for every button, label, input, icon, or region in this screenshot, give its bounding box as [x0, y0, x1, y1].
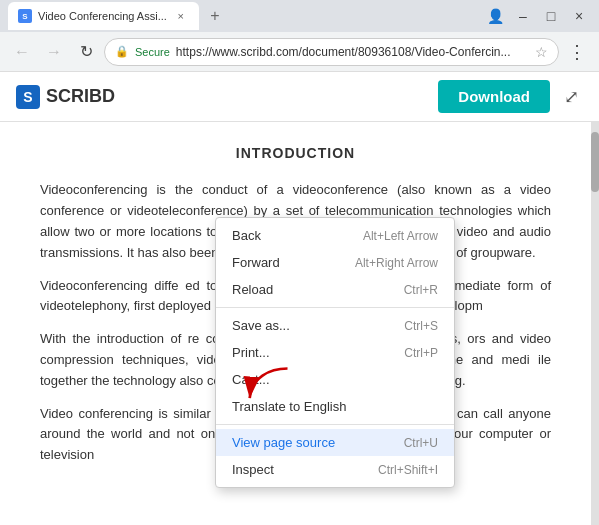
- context-menu-back-shortcut: Alt+Left Arrow: [363, 229, 438, 243]
- menu-divider-2: [216, 424, 454, 425]
- tab-title: Video Conferencing Assi...: [38, 10, 167, 22]
- profile-icon[interactable]: 👤: [483, 4, 507, 28]
- context-menu-save-as-shortcut: Ctrl+S: [404, 319, 438, 333]
- tab-favicon: S: [18, 9, 32, 23]
- context-menu-forward-shortcut: Alt+Right Arrow: [355, 256, 438, 270]
- context-menu-view-source-label: View page source: [232, 435, 335, 450]
- secure-label: Secure: [135, 46, 170, 58]
- context-menu-print-label: Print...: [232, 345, 270, 360]
- context-menu-reload-label: Reload: [232, 282, 273, 297]
- context-menu-inspect-shortcut: Ctrl+Shift+I: [378, 463, 438, 477]
- context-menu-print[interactable]: Print... Ctrl+P: [216, 339, 454, 366]
- context-menu-view-source[interactable]: View page source Ctrl+U: [216, 429, 454, 456]
- scribd-header: S SCRIBD Download ⤢: [0, 72, 599, 122]
- download-button[interactable]: Download: [438, 80, 550, 113]
- scribd-logo-text: SCRIBD: [46, 86, 115, 107]
- forward-button[interactable]: →: [40, 38, 68, 66]
- back-button[interactable]: ←: [8, 38, 36, 66]
- document-title: INTRODUCTION: [40, 142, 551, 164]
- minimize-button[interactable]: –: [511, 4, 535, 28]
- url-text: https://www.scribd.com/document/80936108…: [176, 45, 529, 59]
- context-menu-reload-shortcut: Ctrl+R: [404, 283, 438, 297]
- context-menu: Back Alt+Left Arrow Forward Alt+Right Ar…: [215, 217, 455, 488]
- context-menu-save-as-label: Save as...: [232, 318, 290, 333]
- new-tab-button[interactable]: +: [203, 4, 227, 28]
- context-menu-save-as[interactable]: Save as... Ctrl+S: [216, 312, 454, 339]
- arrow-indicator: [242, 364, 297, 409]
- context-menu-forward-label: Forward: [232, 255, 280, 270]
- secure-icon: 🔒: [115, 45, 129, 58]
- tab-close-button[interactable]: ×: [173, 8, 189, 24]
- context-menu-inspect[interactable]: Inspect Ctrl+Shift+I: [216, 456, 454, 483]
- scribd-logo: S SCRIBD: [16, 85, 115, 109]
- scrollbar[interactable]: [591, 122, 599, 525]
- tab-area: S Video Conferencing Assi... × +: [8, 2, 477, 30]
- scribd-logo-icon: S: [16, 85, 40, 109]
- context-menu-back-label: Back: [232, 228, 261, 243]
- active-tab[interactable]: S Video Conferencing Assi... ×: [8, 2, 199, 30]
- fullscreen-icon[interactable]: ⤢: [560, 82, 583, 112]
- menu-divider-1: [216, 307, 454, 308]
- bookmark-icon[interactable]: ☆: [535, 44, 548, 60]
- close-window-button[interactable]: ×: [567, 4, 591, 28]
- url-bar[interactable]: 🔒 Secure https://www.scribd.com/document…: [104, 38, 559, 66]
- context-menu-back[interactable]: Back Alt+Left Arrow: [216, 222, 454, 249]
- more-options-button[interactable]: ⋮: [563, 38, 591, 66]
- window-controls: 👤 – □ ×: [483, 4, 591, 28]
- scrollbar-thumb[interactable]: [591, 132, 599, 192]
- address-bar: ← → ↻ 🔒 Secure https://www.scribd.com/do…: [0, 32, 599, 72]
- content-area: INTRODUCTION Videoconferencing is the co…: [0, 122, 599, 525]
- title-bar: S Video Conferencing Assi... × + 👤 – □ ×: [0, 0, 599, 32]
- context-menu-forward[interactable]: Forward Alt+Right Arrow: [216, 249, 454, 276]
- reload-button[interactable]: ↻: [72, 38, 100, 66]
- context-menu-inspect-label: Inspect: [232, 462, 274, 477]
- context-menu-print-shortcut: Ctrl+P: [404, 346, 438, 360]
- maximize-button[interactable]: □: [539, 4, 563, 28]
- context-menu-reload[interactable]: Reload Ctrl+R: [216, 276, 454, 303]
- context-menu-view-source-shortcut: Ctrl+U: [404, 436, 438, 450]
